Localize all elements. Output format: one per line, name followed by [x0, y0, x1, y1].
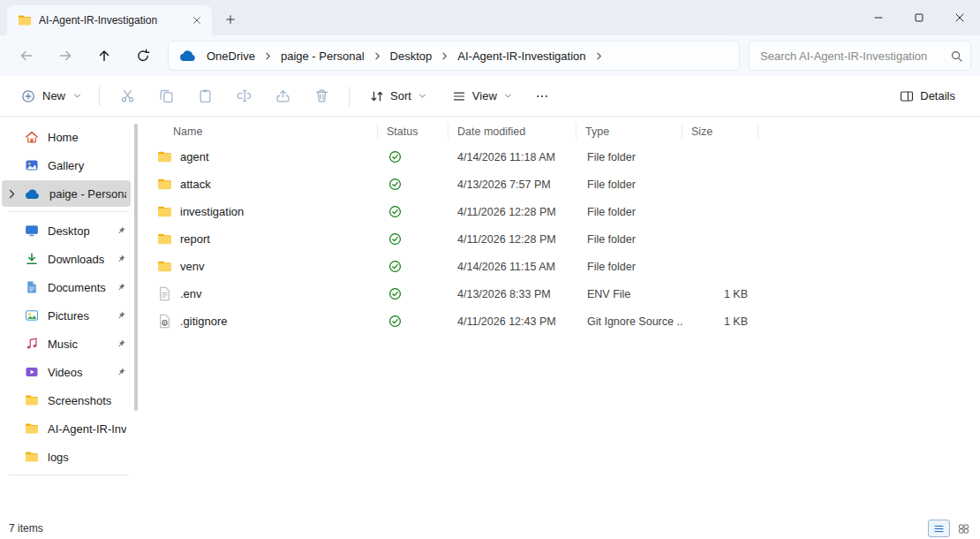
column-header-date-modified[interactable]: Date modified	[449, 124, 577, 140]
tab-close-button[interactable]	[187, 11, 207, 30]
chevron-right-icon[interactable]	[5, 187, 19, 201]
file-row-venv[interactable]: venv 4/14/2026 11:15 AM File folder	[141, 253, 980, 280]
file-row-report[interactable]: report 4/11/2026 12:28 PM File folder	[141, 225, 980, 253]
onedrive-cloud-icon	[25, 188, 41, 200]
back-icon	[19, 49, 34, 63]
search-box	[749, 41, 971, 71]
details-pane-icon	[900, 89, 914, 103]
sort-button[interactable]: Sort	[360, 81, 437, 111]
file-row-attack[interactable]: attack 4/13/2026 7:57 PM File folder	[141, 171, 980, 198]
file-icon	[157, 286, 172, 301]
sync-status-check-icon	[388, 260, 402, 273]
new-button-label: New	[42, 89, 65, 102]
view-button[interactable]: View	[442, 81, 523, 111]
sidebar-item-ai-agent-ir[interactable]: AI-Agent-IR-Inve	[2, 415, 131, 442]
sync-status-check-icon	[388, 232, 402, 246]
close-icon	[192, 15, 202, 26]
chevron-down-icon	[418, 91, 427, 101]
new-item-icon	[21, 89, 35, 103]
downloads-icon	[25, 252, 39, 266]
chevron-right-icon	[262, 50, 274, 62]
folder-icon	[25, 393, 39, 407]
file-row-investigation[interactable]: investigation 4/11/2026 12:28 PM File fo…	[141, 198, 980, 225]
new-tab-button[interactable]	[217, 6, 244, 33]
sidebar-item-gallery[interactable]: Gallery	[2, 152, 131, 178]
content-area: Home Gallery paige - Personal Desktop	[0, 117, 980, 518]
share-button[interactable]	[265, 81, 300, 111]
close-button[interactable]	[939, 0, 980, 35]
ellipsis-icon	[535, 89, 549, 103]
copy-button[interactable]	[148, 81, 184, 111]
sort-button-label: Sort	[390, 89, 411, 102]
sidebar-item-downloads[interactable]: Downloads	[2, 246, 131, 272]
breadcrumb-item-desktop[interactable]: Desktop	[384, 47, 439, 65]
details-pane-button[interactable]: Details	[890, 81, 965, 111]
forward-button[interactable]	[49, 41, 81, 71]
tab-bar: AI-Agent-IR-Investigation	[0, 0, 980, 35]
more-options-button[interactable]	[525, 81, 559, 111]
view-toggles	[928, 520, 976, 537]
refresh-button[interactable]	[127, 41, 159, 71]
sidebar-item-onedrive-personal[interactable]: paige - Personal	[2, 180, 131, 207]
column-header-type[interactable]: Type	[577, 124, 682, 140]
sidebar-item-pictures[interactable]: Pictures	[2, 302, 131, 329]
sidebar-item-desktop[interactable]: Desktop	[2, 217, 131, 244]
column-header-size[interactable]: Size	[682, 124, 758, 140]
desktop-icon	[25, 224, 39, 238]
sidebar-item-screenshots[interactable]: Screenshots	[2, 387, 131, 414]
column-header-status[interactable]: Status	[378, 124, 449, 140]
paste-icon	[198, 88, 213, 103]
search-icon	[950, 49, 963, 63]
pictures-icon	[25, 308, 39, 323]
command-bar: New Sort View Details	[0, 76, 980, 117]
chevron-right-icon	[372, 50, 383, 62]
forward-icon	[58, 49, 72, 63]
sync-status-check-icon	[388, 287, 402, 300]
onedrive-cloud-icon	[179, 49, 197, 62]
breadcrumb-item-current-folder[interactable]: AI-Agent-IR-Investigation	[451, 47, 592, 65]
pin-icon	[116, 310, 126, 321]
sidebar-item-documents[interactable]: Documents	[2, 274, 131, 300]
rename-button[interactable]	[226, 81, 261, 111]
maximize-button[interactable]	[899, 0, 939, 35]
search-input[interactable]	[760, 49, 950, 63]
folder-icon	[157, 232, 172, 247]
close-icon	[954, 11, 966, 24]
back-button[interactable]	[11, 41, 42, 71]
folder-icon	[157, 204, 172, 219]
up-button[interactable]	[88, 41, 120, 71]
rename-icon	[237, 88, 252, 103]
breadcrumb-item-paige-personal[interactable]: paige - Personal	[275, 47, 371, 65]
cut-button[interactable]	[109, 81, 145, 111]
list-view-icon	[933, 523, 945, 535]
sidebar-separator	[9, 211, 129, 212]
details-view-toggle[interactable]	[928, 520, 950, 537]
paste-button[interactable]	[187, 81, 222, 111]
details-pane-label: Details	[920, 89, 955, 102]
file-explorer-window: AI-Agent-IR-Investigation OneDrive paige…	[0, 0, 980, 539]
file-rows: agent 4/14/2026 11:18 AM File folder att…	[141, 143, 980, 518]
share-icon	[275, 88, 290, 103]
minimize-button[interactable]	[858, 0, 899, 35]
breadcrumb-item-onedrive[interactable]: OneDrive	[200, 47, 261, 65]
file-row-agent[interactable]: agent 4/14/2026 11:18 AM File folder	[141, 143, 980, 171]
pin-icon	[116, 225, 126, 236]
folder-icon	[25, 450, 39, 464]
file-row-env[interactable]: .env 4/13/2026 8:33 PM ENV File 1 KB	[141, 280, 980, 307]
sidebar-item-logs[interactable]: logs	[2, 444, 131, 470]
sync-status-check-icon	[388, 315, 402, 328]
trash-icon	[314, 88, 329, 103]
folder-icon	[18, 13, 32, 27]
large-icons-view-toggle[interactable]	[953, 520, 975, 537]
explorer-tab[interactable]: AI-Agent-IR-Investigation	[7, 5, 212, 35]
new-button[interactable]: New	[12, 81, 91, 111]
file-row-gitignore[interactable]: .gitignore 4/11/2026 12:43 PM Git Ignore…	[141, 307, 980, 335]
status-bar: 7 items	[0, 518, 980, 539]
sidebar-scrollbar[interactable]	[134, 124, 138, 411]
sidebar-item-home[interactable]: Home	[2, 124, 131, 150]
delete-button[interactable]	[304, 81, 339, 111]
sidebar-item-music[interactable]: Music	[2, 330, 131, 357]
chevron-down-icon	[72, 91, 82, 101]
sidebar-item-videos[interactable]: Videos	[2, 359, 131, 385]
column-header-name[interactable]: Name	[141, 124, 378, 140]
